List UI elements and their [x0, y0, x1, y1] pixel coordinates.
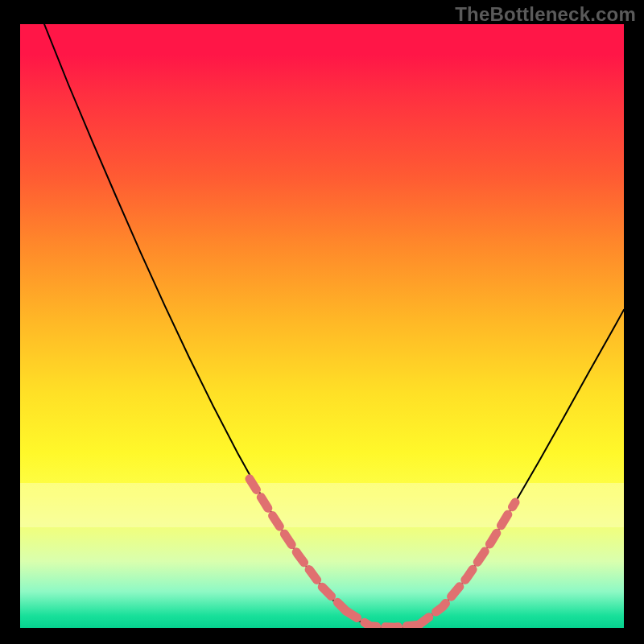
chart-frame: TheBottleneck.com	[0, 0, 644, 644]
curve-left-branch	[44, 24, 370, 626]
plot-area	[20, 24, 624, 628]
highlight-band	[20, 483, 624, 527]
watermark-text: TheBottleneck.com	[455, 3, 636, 26]
curve-right-branch	[419, 310, 624, 625]
curve-layer	[20, 24, 624, 628]
dash-overlay-floor	[346, 611, 419, 627]
